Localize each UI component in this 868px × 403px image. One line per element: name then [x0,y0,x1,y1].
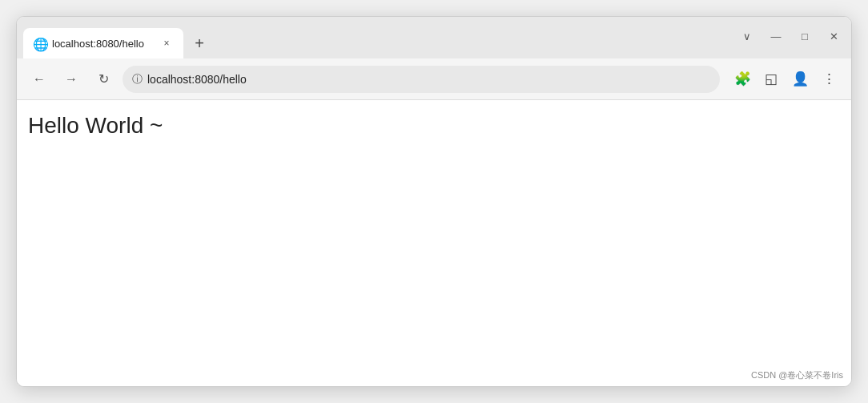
nav-bar: ← → ↻ ⓘ 🧩 ◱ 👤 ⋮ [17,58,851,100]
nav-actions: 🧩 ◱ 👤 ⋮ [729,66,842,92]
forward-button[interactable]: → [58,66,84,92]
back-button[interactable]: ← [26,66,52,92]
address-bar[interactable]: ⓘ [123,66,720,93]
new-tab-button[interactable]: + [187,30,212,56]
window-down-arrow[interactable]: ∨ [739,28,755,44]
page-heading: Hello World ~ [28,113,163,138]
title-bar: 🌐 localhost:8080/hello × + ∨ — □ ✕ [17,17,851,58]
watermark: CSDN @卷心菜不卷Iris [751,369,843,381]
extensions-button[interactable]: 🧩 [729,66,755,92]
browser-window: 🌐 localhost:8080/hello × + ∨ — □ ✕ ← → ↻… [16,16,852,387]
tab-favicon: 🌐 [33,37,46,50]
info-icon: ⓘ [132,72,143,87]
url-input[interactable] [147,73,710,86]
window-close-button[interactable]: ✕ [826,28,842,44]
tab-title: localhost:8080/hello [52,38,153,50]
active-tab[interactable]: 🌐 localhost:8080/hello × [23,28,183,58]
reload-button[interactable]: ↻ [90,66,116,92]
window-minimize-button[interactable]: — [768,28,784,44]
page-content: Hello World ~ [17,100,851,386]
profile-button[interactable]: 👤 [787,66,813,92]
tab-close-button[interactable]: × [159,36,174,50]
window-controls: ∨ — □ ✕ [739,28,842,44]
more-menu-button[interactable]: ⋮ [816,66,842,92]
window-maximize-button[interactable]: □ [797,28,813,44]
split-screen-button[interactable]: ◱ [758,66,784,92]
